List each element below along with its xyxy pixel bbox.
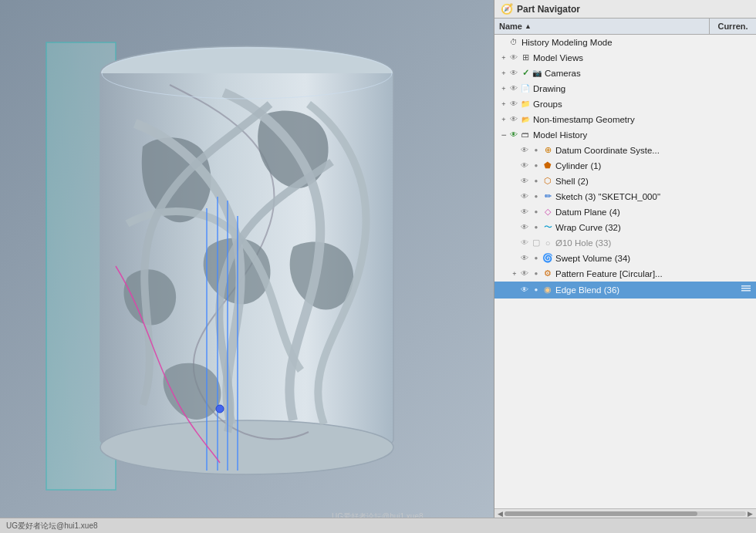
sort-asc-icon: ▲ bbox=[525, 22, 532, 30]
views-icon: ⊞ bbox=[520, 52, 531, 63]
wrap-curve-icon: 〜 bbox=[542, 222, 553, 233]
expand-groups[interactable]: + bbox=[499, 100, 508, 109]
nts-label: Non-timestamp Geometry bbox=[533, 115, 635, 124]
tree-item-model-history[interactable]: − 👁 🗃 Model History bbox=[494, 127, 756, 143]
eye-icon: 👁 bbox=[519, 253, 530, 264]
model-history-icon: 🗃 bbox=[520, 130, 531, 140]
tree-content[interactable]: + ⏱ History Modeling Mode + 👁 ⊞ Model Vi… bbox=[494, 35, 756, 508]
eye-icon: 👁 bbox=[519, 238, 530, 248]
part-navigator-panel: 🧭 Part Navigator Name ▲ Curren. + ⏱ Hist… bbox=[494, 0, 756, 518]
expand-model-views[interactable]: + bbox=[499, 53, 508, 62]
item-icons: 👁 ● 🌀 bbox=[519, 253, 553, 264]
navigator-icon: 🧭 bbox=[501, 3, 513, 15]
eye-icon: 👁 bbox=[508, 52, 519, 63]
eye-green-icon: 👁 bbox=[508, 130, 519, 140]
svg-point-3 bbox=[100, 420, 393, 474]
cylinder-icon: ⬟ bbox=[542, 160, 553, 171]
tree-item-drawing[interactable]: + 👁 📄 Drawing bbox=[494, 81, 756, 96]
item-icons: ⏱ bbox=[508, 37, 519, 48]
tree-item-datum-plane[interactable]: + 👁 ● ◇ Datum Plane (4) bbox=[494, 204, 756, 220]
item-icons: 👁 ▢ ○ bbox=[519, 238, 553, 248]
pattern-label: Pattern Feature [Circular]... bbox=[555, 269, 663, 278]
tree-item-model-views[interactable]: + 👁 ⊞ Model Views bbox=[494, 50, 756, 66]
scroll-left-btn[interactable]: ◀ bbox=[498, 510, 503, 518]
datum-cs-icon: ⊕ bbox=[542, 145, 553, 156]
shell-label: Shell (2) bbox=[555, 177, 589, 186]
expand-model-history[interactable]: − bbox=[499, 130, 508, 140]
watermark-label: UG爱好者论坛@hui1.xue8 bbox=[6, 521, 98, 531]
name-col-label: Name bbox=[499, 22, 522, 31]
tree-item-hole[interactable]: + 👁 ▢ ○ Ø10 Hole (33) bbox=[494, 235, 756, 251]
tree-item-shell[interactable]: + 👁 ● ⬡ Shell (2) bbox=[494, 174, 756, 189]
item-icons: 👁 🗃 bbox=[508, 130, 531, 140]
pattern-icon: ⚙ bbox=[542, 268, 553, 279]
svg-rect-10 bbox=[741, 285, 751, 287]
tree-item-cylinder[interactable]: + 👁 ● ⬟ Cylinder (1) bbox=[494, 158, 756, 174]
circle-gray-icon: ● bbox=[531, 268, 542, 279]
svg-rect-12 bbox=[741, 290, 751, 292]
expand-nts[interactable]: + bbox=[499, 115, 508, 124]
header-name-col[interactable]: Name ▲ bbox=[494, 19, 710, 34]
watermark-text: UG爱好者论坛@hui1.xue8 bbox=[332, 512, 424, 518]
datum-plane-label: Datum Plane (4) bbox=[555, 207, 620, 217]
wrap-curve-label: Wrap Curve (32) bbox=[555, 223, 621, 232]
cameras-label: Cameras bbox=[545, 69, 581, 78]
item-icons: 👁 📂 bbox=[508, 114, 531, 125]
swept-volume-icon: 🌀 bbox=[542, 253, 553, 264]
tree-item-history-modeling-mode[interactable]: + ⏱ History Modeling Mode bbox=[494, 35, 756, 50]
hole-icon: ○ bbox=[542, 238, 553, 248]
sketch-icon: ✏ bbox=[542, 191, 553, 202]
expand-drawing[interactable]: + bbox=[499, 84, 508, 93]
circle-gray-icon: ● bbox=[531, 207, 542, 218]
tree-item-swept-volume[interactable]: + 👁 ● 🌀 Swept Volume (34) bbox=[494, 251, 756, 266]
tree-item-edge-blend[interactable]: + 👁 ● ◉ Edge Blend (36) bbox=[494, 282, 756, 299]
item-icons: 👁 ● ✏ bbox=[519, 191, 553, 202]
item-icons: 👁 📄 bbox=[508, 83, 531, 94]
group-icon: 📁 bbox=[520, 99, 531, 110]
eye-icon: 👁 bbox=[508, 99, 519, 110]
panel-title-text: Part Navigator bbox=[517, 4, 580, 15]
check-icon: ✓ bbox=[520, 68, 531, 79]
more-options-icon[interactable] bbox=[741, 283, 751, 296]
circle-icon: ● bbox=[531, 285, 542, 295]
item-icons: 👁 ● ⚙ bbox=[519, 268, 553, 279]
nts-icon: 📂 bbox=[520, 114, 531, 125]
sketch-label: Sketch (3) "SKETCH_000" bbox=[555, 192, 660, 201]
model-views-label: Model Views bbox=[533, 53, 583, 62]
eye-icon: 👁 bbox=[508, 114, 519, 125]
header-current-col: Curren. bbox=[710, 19, 756, 34]
slash-icon: ▢ bbox=[531, 238, 542, 248]
tree-item-sketch[interactable]: + 👁 ● ✏ Sketch (3) "SKETCH_000" bbox=[494, 189, 756, 204]
item-icons: 👁 ● ⊕ bbox=[519, 145, 553, 156]
tree-item-pattern-feature[interactable]: + 👁 ● ⚙ Pattern Feature [Circular]... bbox=[494, 266, 756, 282]
tree-item-datum-cs[interactable]: + 👁 ● ⊕ Datum Coordinate Syste... bbox=[494, 143, 756, 158]
tree-item-wrap-curve[interactable]: + 👁 ● 〜 Wrap Curve (32) bbox=[494, 220, 756, 235]
item-icons: 👁 ● ◇ bbox=[519, 207, 553, 218]
eye-icon: 👁 bbox=[519, 145, 530, 156]
groups-label: Groups bbox=[533, 100, 562, 109]
clock-icon: ⏱ bbox=[508, 37, 519, 48]
item-icons: 👁 ✓ 📷 bbox=[508, 68, 542, 79]
circle-gray-icon: ● bbox=[531, 176, 542, 187]
eye-icon: 👁 bbox=[519, 207, 530, 218]
tree-item-non-timestamp-geometry[interactable]: + 👁 📂 Non-timestamp Geometry bbox=[494, 112, 756, 127]
item-icons: 👁 ● ⬟ bbox=[519, 160, 553, 171]
scroll-track[interactable] bbox=[505, 511, 746, 516]
tree-item-groups[interactable]: + 👁 📁 Groups bbox=[494, 96, 756, 112]
scroll-thumb[interactable] bbox=[505, 511, 697, 516]
svg-rect-11 bbox=[741, 288, 751, 289]
tree-item-cameras[interactable]: + 👁 ✓ 📷 Cameras bbox=[494, 66, 756, 81]
viewport-3d[interactable]: UG爱好者论坛@hui1.xue8 bbox=[0, 0, 494, 518]
expand-cameras[interactable]: + bbox=[499, 69, 508, 78]
edge-blend-icon: ◉ bbox=[542, 285, 553, 295]
current-col-label: Curren. bbox=[717, 22, 748, 31]
eye-icon: 👁 bbox=[519, 176, 530, 187]
expand-pattern[interactable]: + bbox=[510, 269, 519, 278]
item-icons: 👁 ● 〜 bbox=[519, 222, 553, 233]
datum-cs-label: Datum Coordinate Syste... bbox=[555, 146, 660, 155]
camera-icon: 📷 bbox=[532, 68, 542, 79]
item-icons: 👁 ● ◉ bbox=[519, 285, 553, 295]
scroll-right-btn[interactable]: ▶ bbox=[748, 510, 753, 518]
horizontal-scrollbar[interactable]: ◀ ▶ bbox=[494, 508, 756, 518]
eye-icon: 👁 bbox=[519, 160, 530, 171]
